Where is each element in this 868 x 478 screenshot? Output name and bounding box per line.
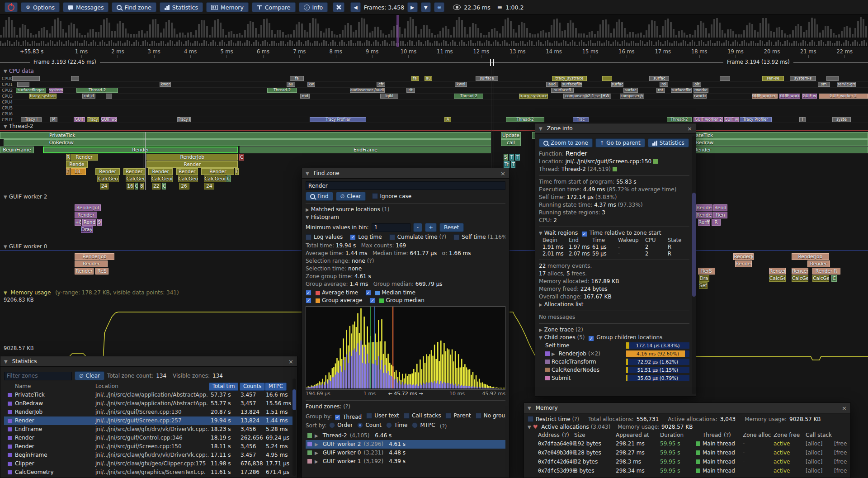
frame-bar[interactable] [8, 17, 10, 38]
cpu-zone[interactable]: GUIF work [779, 94, 800, 99]
zone[interactable]: 22 [152, 183, 160, 189]
frame-bar[interactable] [157, 24, 159, 38]
frame-bar[interactable] [448, 29, 449, 38]
frame-bar[interactable] [467, 34, 468, 38]
cpu-zone[interactable]: A [444, 117, 451, 122]
frame-bar[interactable] [737, 42, 738, 46]
frame-bar[interactable] [57, 42, 58, 46]
collapse-icon[interactable]: ▼ [4, 290, 7, 295]
frame-bar[interactable] [274, 41, 275, 47]
frame-bar[interactable] [158, 43, 160, 46]
frame-bar[interactable] [103, 19, 105, 38]
tools-button[interactable] [333, 2, 344, 12]
legend-checkbox[interactable]: ✓ [365, 290, 371, 296]
frame-bar[interactable] [552, 43, 553, 46]
frame-bar[interactable] [692, 40, 693, 46]
frame-bar[interactable] [838, 34, 840, 38]
frame-bar[interactable] [551, 25, 552, 38]
frame-bar[interactable] [477, 41, 478, 46]
frame-bar[interactable] [676, 41, 677, 46]
frame-bar[interactable] [165, 44, 166, 46]
help-icon[interactable]: (1.16%) [486, 234, 505, 240]
frame-bar[interactable] [754, 30, 756, 38]
frame-bar[interactable] [187, 33, 189, 38]
frame-bar[interactable] [296, 24, 297, 38]
frame-bar[interactable] [35, 34, 37, 38]
zone[interactable]: Render [43, 147, 238, 153]
zone[interactable]: +8 [75, 219, 81, 226]
frame-bar[interactable] [730, 29, 731, 38]
frame-bar[interactable] [118, 41, 119, 46]
frame-bar[interactable] [524, 44, 526, 46]
groupby-option[interactable]: User text [366, 412, 399, 419]
frame-bar[interactable] [323, 40, 325, 46]
frame-bar[interactable] [548, 32, 550, 38]
frame-bar[interactable] [452, 40, 453, 46]
frame-bar[interactable] [450, 35, 452, 38]
frame-bar[interactable] [33, 35, 34, 38]
table-row[interactable]: OnRedrawjni/../jni/src/claw/application/… [4, 399, 293, 408]
frame-bar[interactable] [572, 40, 573, 46]
zone[interactable]: EndFrame [240, 147, 491, 153]
statistics-button[interactable]: Statistics [160, 2, 203, 12]
frame-bar[interactable] [558, 43, 560, 46]
frame-bar[interactable] [554, 41, 555, 46]
frame-bar[interactable] [348, 41, 349, 47]
cpu-zone[interactable]: rot [656, 88, 665, 93]
frame-bar[interactable] [113, 43, 114, 46]
frame-bar[interactable] [384, 40, 386, 46]
frame-bar[interactable] [418, 40, 420, 46]
frame-bar[interactable] [510, 21, 512, 38]
frame-bar[interactable] [50, 40, 51, 46]
frame-bar[interactable] [174, 28, 175, 38]
frame-bar[interactable] [288, 34, 289, 38]
frame-bar[interactable] [188, 40, 189, 46]
child-zone-row[interactable]: Self time172.14 μs (3.83%) [539, 341, 689, 350]
cpu-zone[interactable] [17, 82, 29, 87]
frame-bar[interactable] [475, 24, 476, 38]
cpu-zone[interactable] [720, 76, 730, 81]
frame-bar[interactable] [176, 42, 178, 46]
frame-bar[interactable] [285, 35, 287, 38]
frame-bar[interactable] [20, 45, 22, 47]
checkbox[interactable] [404, 413, 410, 419]
frame-bar[interactable] [326, 28, 327, 38]
next-frame-button[interactable]: ▶ [407, 2, 417, 12]
frame-bar[interactable] [466, 44, 467, 46]
cpu-zone[interactable]: GUIF worker 0 [752, 94, 778, 99]
frame-bar[interactable] [601, 43, 603, 46]
frame-bar[interactable] [127, 33, 129, 38]
frame-bar[interactable] [81, 43, 83, 47]
frame-bar[interactable] [217, 19, 219, 38]
cpu-zone[interactable] [71, 76, 79, 81]
sortby-option[interactable]: Time [386, 422, 407, 428]
frame-bar[interactable] [242, 43, 243, 46]
cpu-zone[interactable]: servic-grm [837, 82, 856, 87]
cpu-zone[interactable] [826, 76, 839, 81]
table-row[interactable]: 0x7dfc53d9988 bytes298.34 ms59.95 sMain … [528, 466, 847, 475]
frame-bar[interactable] [130, 34, 132, 38]
frame-bar[interactable] [532, 34, 533, 38]
frame-bar[interactable] [305, 41, 307, 46]
frame-bar[interactable] [789, 43, 790, 46]
frame-bar[interactable] [237, 41, 239, 46]
frame-bar[interactable] [800, 26, 802, 38]
frame-bar[interactable] [685, 41, 686, 46]
table-row[interactable]: 0x7dfc42d64032 bytes298.3 ms59.95 sMain … [528, 457, 847, 466]
frame-bar[interactable] [667, 40, 668, 46]
frame-bar[interactable] [565, 41, 566, 46]
table-row[interactable]: CalcGeometryjni/../jni/src/claw/graphics… [4, 468, 293, 477]
frame-bar[interactable] [341, 40, 343, 46]
checkbox[interactable] [476, 413, 481, 419]
frame-bar[interactable] [194, 41, 196, 46]
frame-bar[interactable] [79, 43, 80, 46]
frame-bar[interactable] [637, 43, 639, 46]
close-icon[interactable]: × [687, 126, 692, 132]
frame-bar[interactable] [816, 24, 818, 38]
frame-bar[interactable] [773, 32, 775, 38]
frame-bar[interactable] [456, 20, 458, 38]
frame-bar[interactable] [241, 35, 243, 38]
frame-bar[interactable] [429, 29, 430, 38]
frame-bar[interactable] [765, 18, 767, 38]
frame-bar[interactable] [461, 20, 463, 38]
